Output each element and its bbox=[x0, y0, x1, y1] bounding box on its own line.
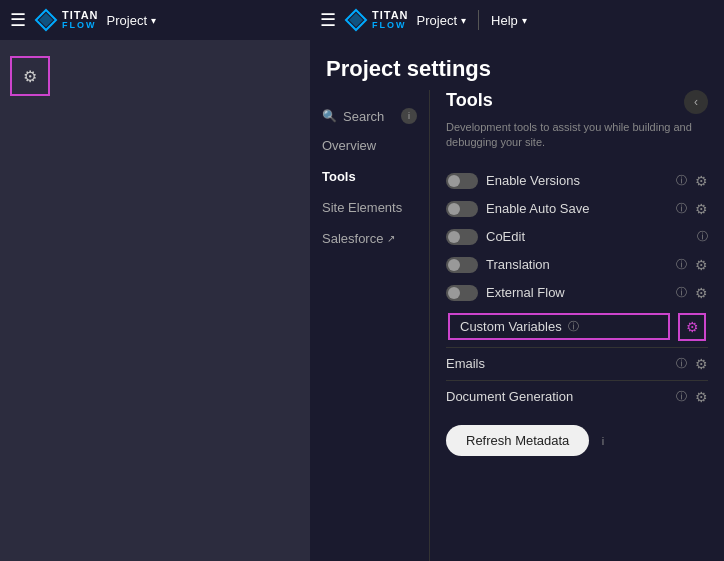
toggle-external-flow[interactable] bbox=[446, 285, 478, 301]
main-content: ⚙ Project settings 🔍 Search i Overview T… bbox=[0, 40, 724, 561]
tools-title: Tools bbox=[446, 90, 493, 111]
gear-icon-emails[interactable]: ⚙ bbox=[695, 356, 708, 372]
search-icon: 🔍 bbox=[322, 109, 337, 123]
settings-sidebar: 🔍 Search i Overview Tools Site Elements … bbox=[310, 90, 430, 561]
info-icon-enable-auto-save[interactable]: ⓘ bbox=[676, 201, 687, 216]
info-icon-enable-versions[interactable]: ⓘ bbox=[676, 173, 687, 188]
right-brand-diamond-icon bbox=[344, 8, 368, 32]
sidebar-item-tools[interactable]: Tools bbox=[310, 161, 429, 192]
tool-label-coedit: CoEdit bbox=[486, 229, 689, 244]
right-panel-inner: 🔍 Search i Overview Tools Site Elements … bbox=[310, 90, 724, 561]
left-panel: ⚙ bbox=[0, 40, 310, 561]
left-project-button[interactable]: Project ▾ bbox=[107, 13, 156, 28]
tool-row-external-flow: External Flow ⓘ ⚙ bbox=[446, 279, 708, 307]
tool-label-external-flow: External Flow bbox=[486, 285, 668, 300]
tools-description: Development tools to assist you while bu… bbox=[446, 120, 708, 151]
tool-row-translation: Translation ⓘ ⚙ bbox=[446, 251, 708, 279]
tool-label-emails: Emails bbox=[446, 356, 668, 371]
sidebar-item-salesforce[interactable]: Salesforce ↗ bbox=[310, 223, 429, 254]
left-brand-diamond-icon bbox=[34, 8, 58, 32]
tool-row-enable-auto-save: Enable Auto Save ⓘ ⚙ bbox=[446, 195, 708, 223]
gear-widget-icon: ⚙ bbox=[23, 67, 37, 86]
info-icon-translation[interactable]: ⓘ bbox=[676, 257, 687, 272]
sidebar-search-item[interactable]: 🔍 Search i bbox=[310, 102, 429, 130]
left-nav-section: ☰ TITAN FLOW Project ▾ bbox=[0, 8, 310, 32]
sidebar-item-site-elements[interactable]: Site Elements bbox=[310, 192, 429, 223]
tool-label-translation: Translation bbox=[486, 257, 668, 272]
help-chevron-icon: ▾ bbox=[522, 15, 527, 26]
left-brand-text: TITAN FLOW bbox=[62, 10, 99, 30]
right-hamburger-icon[interactable]: ☰ bbox=[320, 9, 336, 31]
tool-label-enable-versions: Enable Versions bbox=[486, 173, 668, 188]
left-brand-logo: TITAN FLOW bbox=[34, 8, 99, 32]
gear-button-custom-variables[interactable]: ⚙ bbox=[678, 313, 706, 341]
toggle-translation[interactable] bbox=[446, 257, 478, 273]
custom-variables-label-box: Custom Variables ⓘ bbox=[448, 313, 670, 340]
nav-divider bbox=[478, 10, 479, 30]
gear-icon-translation[interactable]: ⚙ bbox=[695, 257, 708, 273]
gear-widget[interactable]: ⚙ bbox=[10, 56, 50, 96]
custom-variables-label: Custom Variables bbox=[460, 319, 562, 334]
gear-icon-enable-auto-save[interactable]: ⚙ bbox=[695, 201, 708, 217]
gear-icon-enable-versions[interactable]: ⚙ bbox=[695, 173, 708, 189]
right-brand-flow: FLOW bbox=[372, 21, 409, 30]
tools-section: Tools ‹ Development tools to assist you … bbox=[430, 90, 724, 561]
tools-header: Tools ‹ bbox=[446, 90, 708, 114]
sidebar-item-overview[interactable]: Overview bbox=[310, 130, 429, 161]
left-project-chevron-icon: ▾ bbox=[151, 15, 156, 26]
right-brand-logo: TITAN FLOW bbox=[344, 8, 409, 32]
info-icon-external-flow[interactable]: ⓘ bbox=[676, 285, 687, 300]
right-brand-text: TITAN FLOW bbox=[372, 10, 409, 30]
refresh-info-icon[interactable]: i bbox=[602, 435, 604, 447]
info-icon-custom-variables[interactable]: ⓘ bbox=[568, 319, 579, 334]
refresh-metadata-row: Refresh Metadata i bbox=[446, 413, 708, 468]
gear-icon-custom-variables: ⚙ bbox=[686, 319, 699, 335]
gear-icon-external-flow[interactable]: ⚙ bbox=[695, 285, 708, 301]
tool-row-coedit: CoEdit ⓘ bbox=[446, 223, 708, 251]
toggle-enable-versions[interactable] bbox=[446, 173, 478, 189]
external-link-icon: ↗ bbox=[387, 233, 395, 244]
info-icon-document-generation[interactable]: ⓘ bbox=[676, 389, 687, 404]
tool-label-enable-auto-save: Enable Auto Save bbox=[486, 201, 668, 216]
sidebar-salesforce-label: Salesforce bbox=[322, 231, 383, 246]
tool-row-enable-versions: Enable Versions ⓘ ⚙ bbox=[446, 167, 708, 195]
tool-label-document-generation: Document Generation bbox=[446, 389, 668, 404]
refresh-metadata-button[interactable]: Refresh Metadata bbox=[446, 425, 589, 456]
tool-row-custom-variables: Custom Variables ⓘ ⚙ bbox=[446, 307, 708, 347]
toggle-enable-auto-save[interactable] bbox=[446, 201, 478, 217]
info-icon-emails[interactable]: ⓘ bbox=[676, 356, 687, 371]
toggle-coedit[interactable] bbox=[446, 229, 478, 245]
collapse-button[interactable]: ‹ bbox=[684, 90, 708, 114]
sidebar-search-info-badge: i bbox=[401, 108, 417, 124]
tool-row-emails: Emails ⓘ ⚙ bbox=[446, 347, 708, 380]
right-nav-section: ☰ TITAN FLOW Project ▾ Help ▾ bbox=[310, 8, 724, 32]
gear-icon-document-generation[interactable]: ⚙ bbox=[695, 389, 708, 405]
left-hamburger-icon[interactable]: ☰ bbox=[10, 9, 26, 31]
help-button[interactable]: Help ▾ bbox=[491, 13, 527, 28]
tool-row-document-generation: Document Generation ⓘ ⚙ bbox=[446, 380, 708, 413]
right-project-chevron-icon: ▾ bbox=[461, 15, 466, 26]
left-brand-flow: FLOW bbox=[62, 21, 99, 30]
right-panel: Project settings 🔍 Search i Overview Too… bbox=[310, 40, 724, 561]
sidebar-search-label: Search bbox=[343, 109, 384, 124]
right-project-button[interactable]: Project ▾ bbox=[417, 13, 466, 28]
top-navbar: ☰ TITAN FLOW Project ▾ ☰ TITAN F bbox=[0, 0, 724, 40]
page-title: Project settings bbox=[310, 40, 724, 90]
info-icon-coedit[interactable]: ⓘ bbox=[697, 229, 708, 244]
